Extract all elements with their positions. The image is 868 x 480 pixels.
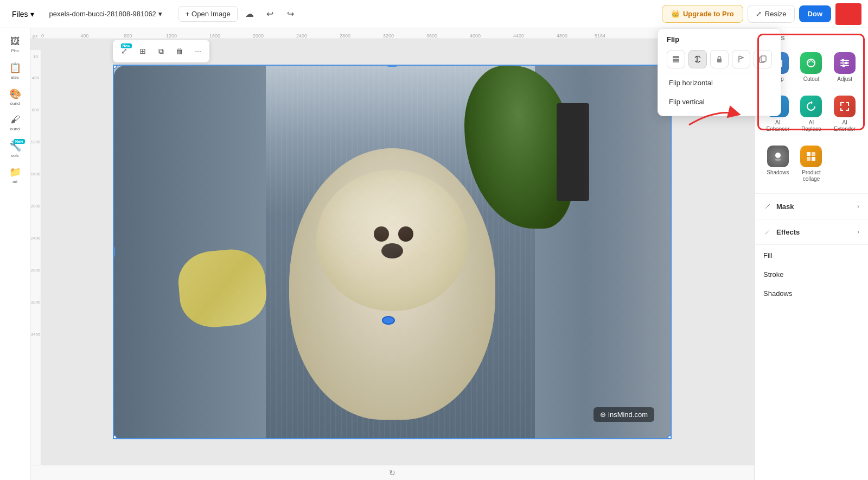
resize-handle-bottom-right[interactable]	[667, 435, 672, 439]
ruler-mark-3200: 3200	[372, 33, 405, 39]
refresh-button[interactable]: ↻	[386, 467, 398, 479]
canvas-content[interactable]: New ⤢ ⊞ ⧉ 🗑 ···	[30, 39, 754, 465]
sidebar-item-background1[interactable]: 🎨 ound	[3, 85, 27, 109]
flip-lock-button[interactable]	[710, 50, 729, 68]
fill-section[interactable]: Fill	[755, 245, 868, 264]
adjust-icon	[834, 52, 856, 74]
upgrade-button[interactable]: 👑 Upgrade to Pro	[662, 5, 743, 23]
ruler-mark-800: 800	[112, 33, 144, 39]
flip-copy-button[interactable]	[754, 50, 772, 68]
image-toolbar-delete-button[interactable]: 🗑	[171, 43, 188, 59]
ruler-mark-5184: 5184	[584, 33, 616, 39]
sidebar-item-upload[interactable]: 📁 ad	[3, 163, 27, 187]
svg-rect-18	[761, 56, 766, 61]
tool-shadows[interactable]: Shadows	[763, 141, 793, 187]
svg-point-7	[775, 153, 781, 158]
topbar-right: 👑 Upgrade to Pro ⤢ Resize Dow	[662, 3, 861, 25]
download-label: Dow	[808, 10, 822, 18]
resize-handle-top-mid[interactable]	[387, 65, 398, 67]
svg-rect-12	[812, 157, 815, 161]
ruler-mark-1600: 1600	[199, 33, 231, 39]
svg-point-0	[807, 59, 815, 67]
extender-icon	[834, 96, 856, 117]
cloud-icon-button[interactable]: ☁	[241, 5, 258, 23]
sidebar-item-tools[interactable]: New 🔧 ools	[3, 137, 27, 161]
canvas-image[interactable]: ⊕ insMind.com	[113, 65, 672, 439]
svg-rect-10	[812, 152, 815, 156]
shadows-section[interactable]: Shadows	[755, 283, 868, 302]
image-toolbar-more-button[interactable]: ···	[190, 43, 206, 59]
sidebar-item-background2[interactable]: 🖌 ound	[3, 111, 27, 135]
new-badge-icon: New	[121, 43, 132, 48]
filename-label: pexels-dom-bucci-281808-981062	[49, 10, 156, 18]
mask-icon: ⟋	[763, 201, 772, 211]
tool-ai-replace[interactable]: AI Replace	[797, 91, 826, 137]
filename-button[interactable]: pexels-dom-bucci-281808-981062 ▾	[44, 7, 168, 21]
dog-collar-tag	[382, 316, 395, 325]
mask-header[interactable]: ⟋ Mask ›	[755, 194, 868, 219]
ruler-zero: 0	[41, 33, 44, 39]
watermark: ⊕ insMind.com	[593, 407, 654, 422]
sidebar-photos-label: Pho	[11, 48, 18, 53]
files-label: Files	[12, 10, 28, 18]
sidebar-item-templates[interactable]: 📋 ates	[3, 59, 27, 83]
flip-popup-icons	[662, 48, 776, 73]
tool-product-collage[interactable]: Product collage	[797, 141, 826, 187]
effects-with-icon: ⟋ Effects	[763, 227, 800, 237]
image-toolbar-crop-button[interactable]: ⊞	[135, 43, 151, 59]
image-toolbar-new-button[interactable]: New ⤢	[116, 43, 132, 59]
red-square	[835, 3, 861, 25]
mask-collapse-icon: ›	[857, 203, 859, 210]
topbar-left: Files ▾ pexels-dom-bucci-281808-981062 ▾	[7, 7, 168, 22]
background1-icon: 🎨	[9, 88, 21, 100]
svg-rect-1	[840, 60, 849, 61]
sidebar-bg2-label: ound	[10, 127, 20, 131]
open-image-button[interactable]: + Open Image	[178, 6, 238, 22]
resize-handle-left-mid[interactable]	[113, 247, 115, 257]
flip-vertical-option[interactable]: Flip vertical	[662, 92, 776, 111]
sidebar-templates-label: ates	[11, 75, 19, 80]
flip-horizontal-text: Flip horizontal	[669, 79, 713, 87]
ruler-mark-2400: 2400	[285, 33, 318, 39]
shadows-icon	[767, 146, 789, 167]
new-badge: New	[14, 139, 24, 144]
replace-icon	[800, 96, 822, 117]
effects-icon: ⟋	[763, 227, 772, 237]
ruler-mark-1200: 1200	[155, 33, 188, 39]
ruler-mark-4400: 4400	[502, 33, 535, 39]
sidebar-bg1-label: ound	[10, 101, 20, 106]
tool-cutout[interactable]: Cutout	[797, 48, 826, 87]
tool-ai-extender[interactable]: AI Extender	[830, 91, 859, 137]
flip-horizontal-option[interactable]: Flip horizontal	[662, 73, 776, 92]
files-button[interactable]: Files ▾	[7, 7, 40, 22]
effects-header[interactable]: ⟋ Effects ›	[755, 219, 868, 244]
adjust-label: Adjust	[837, 76, 852, 83]
image-toolbar-copy-button[interactable]: ⧉	[153, 43, 169, 59]
collage-icon	[800, 146, 822, 167]
flip-layers-button[interactable]	[667, 50, 685, 68]
sidebar-item-photos[interactable]: 🖼 Pho	[3, 33, 27, 56]
photos-icon: 🖼	[10, 36, 20, 47]
stroke-section[interactable]: Stroke	[755, 264, 868, 283]
dog-body	[289, 148, 495, 420]
ruler-mark-2000: 2000	[242, 33, 275, 39]
download-button[interactable]: Dow	[799, 5, 831, 22]
watermark-text: ⊕ insMind.com	[600, 410, 648, 419]
extender-label: AI Extender	[832, 119, 857, 132]
files-chevron: ▾	[30, 10, 34, 18]
svg-point-4	[842, 59, 845, 62]
ruler-mark-2800: 2800	[329, 33, 361, 39]
svg-rect-13	[673, 56, 679, 58]
flip-horizontal-button[interactable]	[688, 50, 707, 68]
flip-flag-button[interactable]	[732, 50, 750, 68]
dog-fur-texture	[316, 170, 468, 311]
svg-rect-15	[673, 61, 679, 62]
tool-adjust[interactable]: Adjust	[830, 48, 859, 87]
resize-button[interactable]: ⤢ Resize	[748, 5, 795, 23]
topbar: Files ▾ pexels-dom-bucci-281808-981062 ▾…	[0, 0, 868, 28]
resize-icon: ⤢	[756, 10, 762, 18]
flip-popup: Flip Flip horizontal Flip vertical	[658, 28, 781, 116]
undo-button[interactable]: ↩	[261, 5, 279, 23]
redo-button[interactable]: ↪	[282, 5, 299, 23]
shadows-tool-label: Shadows	[767, 169, 789, 176]
